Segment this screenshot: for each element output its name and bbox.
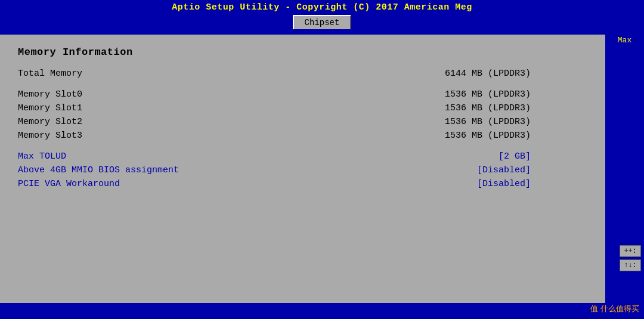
setting-row[interactable]: Above 4GB MMIO BIOS assignment[Disabled] (18, 165, 531, 175)
setting-value[interactable]: [Disabled] (411, 165, 531, 175)
slot-value: 1536 MB (LPDDR3) (411, 117, 531, 127)
total-memory-value: 6144 MB (LPDDR3) (411, 69, 531, 79)
setting-label: PCIE VGA Workaround (18, 179, 185, 189)
setting-label: Max TOLUD (18, 151, 185, 162)
slot-value: 1536 MB (LPDDR3) (411, 103, 531, 113)
tab-bar: Chipset (0, 15, 644, 29)
slot-row: Memory Slot01536 MB (LPDDR3) (18, 89, 531, 100)
total-memory-label: Total Memory (18, 69, 185, 79)
right-sidebar: Max ++: ↑↓: (605, 0, 644, 319)
sidebar-nav: ++: ↑↓: (620, 245, 641, 271)
setting-value[interactable]: [Disabled] (411, 179, 531, 189)
main-content: Memory Information Total Memory 6144 MB … (0, 35, 605, 303)
section-title: Memory Information (18, 47, 587, 58)
slot-row: Memory Slot11536 MB (LPDDR3) (18, 103, 531, 113)
slot-label: Memory Slot2 (18, 117, 185, 127)
slot-value: 1536 MB (LPDDR3) (411, 89, 531, 100)
total-memory-row: Total Memory 6144 MB (LPDDR3) (18, 69, 531, 79)
title-bar: Aptio Setup Utility - Copyright (C) 2017… (0, 0, 644, 15)
slot-label: Memory Slot1 (18, 103, 185, 113)
slot-label: Memory Slot0 (18, 89, 185, 100)
slot-row: Memory Slot31536 MB (LPDDR3) (18, 131, 531, 141)
sidebar-label: Max (618, 36, 631, 45)
slot-row: Memory Slot21536 MB (LPDDR3) (18, 117, 531, 127)
slot-value: 1536 MB (LPDDR3) (411, 131, 531, 141)
nav-scroll-btn[interactable]: ++: (620, 245, 641, 257)
nav-updown-btn[interactable]: ↑↓: (620, 259, 641, 271)
settings-container: Max TOLUD[2 GB]Above 4GB MMIO BIOS assig… (18, 151, 587, 189)
tab-chipset[interactable]: Chipset (293, 15, 352, 29)
watermark: 值 什么值得买 (590, 303, 639, 314)
slots-container: Memory Slot01536 MB (LPDDR3)Memory Slot1… (18, 89, 587, 141)
slot-label: Memory Slot3 (18, 131, 185, 141)
setting-label: Above 4GB MMIO BIOS assignment (18, 165, 185, 175)
title-text: Aptio Setup Utility - Copyright (C) 2017… (172, 2, 472, 13)
setting-value[interactable]: [2 GB] (411, 151, 531, 162)
setting-row[interactable]: Max TOLUD[2 GB] (18, 151, 531, 162)
setting-row[interactable]: PCIE VGA Workaround[Disabled] (18, 179, 531, 189)
